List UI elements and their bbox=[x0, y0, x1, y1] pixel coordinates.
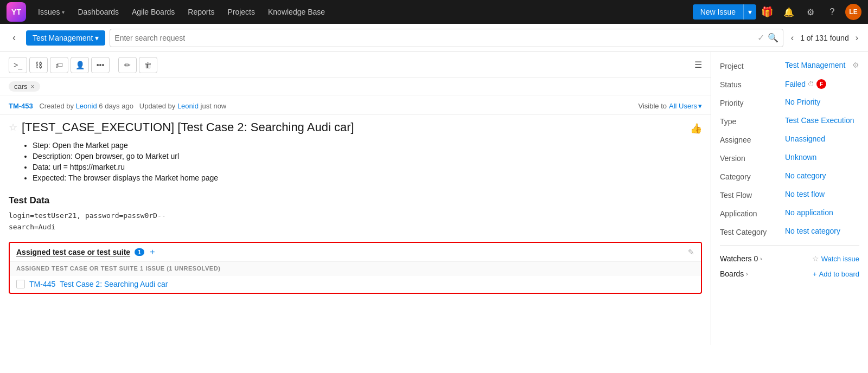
notifications-icon[interactable]: 🔔 bbox=[780, 3, 797, 21]
version-label: Version bbox=[720, 153, 785, 163]
issue-author-link[interactable]: Leonid bbox=[76, 102, 97, 110]
list-item: Description: Open browser, go to Market … bbox=[33, 152, 702, 160]
boards-label[interactable]: Boards › bbox=[720, 269, 748, 278]
assigned-item: TM-445 Test Case 2: Searching Audi car bbox=[10, 275, 701, 293]
chevron-down-icon: ▾ bbox=[698, 102, 702, 110]
gear-icon[interactable]: ⚙ bbox=[852, 61, 859, 69]
test-data-title: Test Data bbox=[9, 195, 702, 206]
next-page-button[interactable]: › bbox=[852, 32, 861, 44]
tag-button[interactable]: 🏷 bbox=[50, 57, 68, 73]
assigned-item-title[interactable]: Test Case 2: Searching Audi car bbox=[60, 280, 168, 288]
user-button[interactable]: 👤 bbox=[71, 57, 89, 73]
help-icon[interactable]: ? bbox=[824, 3, 841, 21]
sidebar-type-row: Type Test Case Execution bbox=[720, 116, 859, 126]
sidebar-assignee-row: Assignee Unassigned bbox=[720, 134, 859, 144]
watchers-label[interactable]: Watchers 0 › bbox=[720, 254, 762, 263]
chevron-right-icon: › bbox=[746, 271, 748, 277]
assigned-section-title: Assigned test case or test suite bbox=[16, 248, 130, 256]
type-label: Type bbox=[720, 116, 785, 126]
settings-icon[interactable]: ⚙ bbox=[802, 3, 819, 21]
application-value[interactable]: No application bbox=[785, 208, 859, 217]
visibility-link[interactable]: All Users ▾ bbox=[669, 102, 702, 110]
back-button[interactable]: ‹ bbox=[7, 30, 22, 46]
fail-icon: F bbox=[816, 79, 826, 89]
sidebar-boards-row: Boards › + Add to board bbox=[720, 269, 859, 278]
edit-button[interactable]: ✏ bbox=[118, 57, 137, 73]
test-category-value[interactable]: No test category bbox=[785, 227, 859, 235]
new-issue-button[interactable]: New Issue ▾ bbox=[693, 4, 756, 20]
nav-dashboards[interactable]: Dashboards bbox=[72, 5, 124, 18]
main-layout: >_ ⛓ 🏷 👤 ••• ✏ 🗑 ☰ cars × TM-453 Created… bbox=[0, 52, 868, 345]
application-label: Application bbox=[720, 208, 785, 218]
project-label: Project bbox=[720, 61, 785, 70]
sidebar-test-flow-row: Test Flow No test flow bbox=[720, 190, 859, 200]
hamburger-icon[interactable]: ☰ bbox=[694, 60, 702, 69]
type-value[interactable]: Test Case Execution bbox=[785, 116, 859, 125]
tags-row: cars × bbox=[0, 78, 711, 95]
issue-meta: TM-453 Created by Leonid 6 days ago Upda… bbox=[9, 102, 226, 110]
sidebar-application-row: Application No application bbox=[720, 208, 859, 218]
priority-label: Priority bbox=[720, 98, 785, 107]
assigned-item-checkbox[interactable] bbox=[16, 280, 25, 288]
status-value[interactable]: Failed ⏱ F bbox=[785, 79, 826, 89]
test-flow-label: Test Flow bbox=[720, 190, 785, 200]
nav-reports[interactable]: Reports bbox=[182, 5, 220, 18]
nav-agile-boards[interactable]: Agile Boards bbox=[126, 5, 180, 18]
content-area: >_ ⛓ 🏷 👤 ••• ✏ 🗑 ☰ cars × TM-453 Created… bbox=[0, 52, 711, 345]
assignee-label: Assignee bbox=[720, 134, 785, 144]
gift-icon[interactable]: 🎁 bbox=[758, 3, 776, 21]
list-item: Data: url = https://market.ru bbox=[33, 163, 702, 171]
assigned-box-header: Assigned test case or test suite 1 + ✎ bbox=[10, 243, 701, 262]
list-item: Step: Open the Market page bbox=[33, 141, 702, 150]
search-bar: ‹ Test Management ▾ ✓ 🔍 ‹ 1 of 131 found… bbox=[0, 24, 868, 52]
sidebar-watchers-row: Watchers 0 › ☆ Watch issue bbox=[720, 254, 859, 263]
search-icon[interactable]: 🔍 bbox=[768, 33, 778, 43]
assigned-item-id[interactable]: TM-445 bbox=[29, 280, 55, 288]
add-assigned-button[interactable]: + bbox=[150, 247, 155, 257]
status-label: Status bbox=[720, 79, 785, 89]
link-button[interactable]: ⛓ bbox=[29, 57, 48, 73]
assigned-sub-header: ASSIGNED TEST CASE OR TEST SUITE 1 ISSUE… bbox=[10, 262, 701, 275]
issue-id[interactable]: TM-453 bbox=[9, 102, 33, 110]
checkmark-icon[interactable]: ✓ bbox=[757, 33, 764, 43]
thumbs-up-icon[interactable]: 👍 bbox=[690, 123, 702, 134]
nav-projects[interactable]: Projects bbox=[222, 5, 260, 18]
sidebar-status-row: Status Failed ⏱ F bbox=[720, 79, 859, 89]
toolbar: >_ ⛓ 🏷 👤 ••• ✏ 🗑 ☰ bbox=[0, 52, 711, 78]
sidebar-test-category-row: Test Category No test category bbox=[720, 227, 859, 236]
nav-issues[interactable]: Issues ▾ bbox=[33, 5, 70, 18]
visibility: Visible to All Users ▾ bbox=[638, 102, 702, 110]
more-button[interactable]: ••• bbox=[91, 57, 110, 73]
description-list: Step: Open the Market page Description: … bbox=[22, 141, 702, 182]
category-value[interactable]: No category bbox=[785, 171, 859, 180]
watch-issue-button[interactable]: ☆ Watch issue bbox=[812, 254, 859, 263]
assignee-value[interactable]: Unassigned bbox=[785, 134, 859, 143]
prev-page-button[interactable]: ‹ bbox=[788, 32, 797, 44]
tag-close-button[interactable]: × bbox=[31, 83, 35, 91]
priority-value[interactable]: No Priority bbox=[785, 98, 859, 106]
nav-knowledge-base[interactable]: Knowledge Base bbox=[263, 5, 330, 18]
test-flow-value[interactable]: No test flow bbox=[785, 190, 859, 198]
search-input[interactable] bbox=[114, 34, 757, 42]
sidebar-version-row: Version Unknown bbox=[720, 153, 859, 163]
terminal-button[interactable]: >_ bbox=[9, 57, 27, 73]
project-value[interactable]: Test Management bbox=[785, 61, 852, 69]
test-category-label: Test Category bbox=[720, 227, 785, 236]
delete-button[interactable]: 🗑 bbox=[139, 57, 157, 73]
test-data-content: login=testUser21, password=passw0rD-- se… bbox=[9, 210, 702, 233]
new-issue-dropdown-arrow[interactable]: ▾ bbox=[743, 4, 756, 20]
issue-updater-link[interactable]: Leonid bbox=[177, 102, 199, 110]
list-item: Expected: The browser displays the Marke… bbox=[33, 173, 702, 182]
chevron-right-icon: › bbox=[760, 256, 762, 262]
add-to-board-button[interactable]: + Add to board bbox=[813, 270, 859, 278]
project-selector[interactable]: Test Management ▾ bbox=[26, 30, 105, 46]
chevron-down-icon: ▾ bbox=[62, 9, 65, 15]
top-nav: YT Issues ▾ Dashboards Agile Boards Repo… bbox=[0, 0, 868, 24]
user-avatar[interactable]: LE bbox=[845, 4, 861, 20]
issue-header: TM-453 Created by Leonid 6 days ago Upda… bbox=[0, 95, 711, 115]
issue-title: [TEST_CASE_EXECUTION] [Test Case 2: Sear… bbox=[22, 120, 686, 134]
version-value[interactable]: Unknown bbox=[785, 153, 859, 162]
edit-assigned-icon[interactable]: ✎ bbox=[688, 248, 694, 256]
category-label: Category bbox=[720, 171, 785, 181]
star-icon[interactable]: ☆ bbox=[9, 121, 17, 133]
